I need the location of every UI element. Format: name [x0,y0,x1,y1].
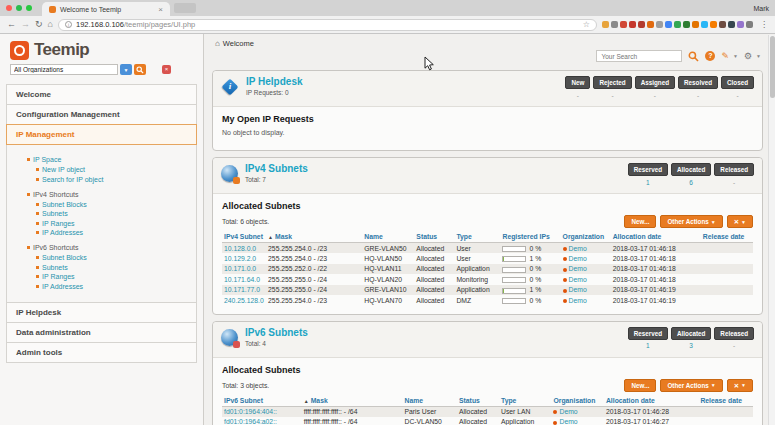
released-button[interactable]: Released [714,163,754,176]
export-button[interactable]: ✕▼ [727,215,753,228]
browser-extension-icon[interactable] [647,21,654,28]
subnet-link[interactable]: fd01:0:1964:404:: [224,408,277,415]
browser-extension-icon[interactable] [620,21,627,28]
reserved-count[interactable]: 1 [646,342,650,349]
column-header-status[interactable]: Status [457,396,499,407]
column-header-registered-ips[interactable]: Registered IPs [500,232,560,243]
forward-icon[interactable]: → [21,20,30,29]
browser-extension-icon[interactable] [746,21,753,28]
reset-filter-icon[interactable]: × [162,65,171,74]
sidebar-item-configuration-management[interactable]: Configuration Management [6,104,197,125]
browser-tab[interactable]: Welcome to Teemip × [42,2,170,16]
reserved-button[interactable]: Reserved [628,327,668,340]
ip-helpdesk-title-link[interactable]: IP Helpdesk [246,76,303,87]
browser-extension-icon[interactable] [692,21,699,28]
column-header-mask[interactable]: ▲Mask [266,232,362,243]
sidebar-link-ip-ranges[interactable]: IP Ranges [36,273,192,280]
column-header-ipv4-subnet[interactable]: IPv4 Subnet [222,232,266,243]
organization-link[interactable]: Demo [569,265,587,272]
help-icon[interactable]: ? [705,51,715,61]
organization-filter-input[interactable] [10,64,118,75]
browser-extension-icon[interactable] [602,21,609,28]
sidebar-item-ip-management[interactable]: IP Management [6,124,197,145]
browser-extension-icon[interactable] [665,21,672,28]
page-scrollbar[interactable] [768,35,775,425]
column-header-release-date[interactable]: Release date [698,396,753,407]
organization-link[interactable]: Demo [559,418,577,425]
close-window-button[interactable] [6,5,12,11]
resolved-button[interactable]: Resolved [678,76,718,89]
organization-link[interactable]: Demo [569,286,587,293]
allocated-button[interactable]: Allocated [671,163,711,176]
subnet-link[interactable]: 240.25.128.0 [224,297,264,304]
url-bar[interactable]: i 192.168.0.106/teemip/pages/UI.php ☆ [58,19,597,31]
subnet-link[interactable]: 10.171.0.0 [224,265,256,272]
allocated-button[interactable]: Allocated [671,327,711,340]
column-header-status[interactable]: Status [414,232,454,243]
column-header-type[interactable]: Type [499,396,551,407]
subnet-link[interactable]: 10.171.64.0 [224,276,260,283]
sidebar-item-admin-tools[interactable]: Admin tools [6,342,197,363]
column-header-ipv6-subnet[interactable]: IPv6 Subnet [222,396,302,407]
ipv4-subnets-title-link[interactable]: IPv4 Subnets [245,163,308,174]
refresh-icon[interactable]: ↻ [35,20,43,29]
new-button[interactable]: New [565,76,590,89]
sidebar-item-ip-helpdesk[interactable]: IP Helpdesk [6,302,197,323]
sidebar-link-subnet-blocks[interactable]: Subnet Blocks [36,201,192,208]
new-tab-button[interactable] [174,3,196,13]
rejected-button[interactable]: Rejected [593,76,631,89]
subnet-link[interactable]: 10.171.77.0 [224,286,260,293]
column-header-mask[interactable]: ▲Mask [302,396,403,407]
released-button[interactable]: Released [714,327,754,340]
sidebar-link-ip-space[interactable]: IP Space [27,156,192,163]
home-icon[interactable]: ⌂ [48,20,53,29]
browser-menu-icon[interactable]: ⋮ [760,20,768,29]
column-header-name[interactable]: Name [362,232,414,243]
pencil-icon[interactable]: ✎ [721,51,729,61]
column-header-type[interactable]: Type [454,232,500,243]
browser-extension-icon[interactable] [629,21,636,28]
organization-link[interactable]: Demo [559,408,577,415]
sidebar-link-new-ip-object[interactable]: New IP object [36,166,192,173]
browser-extension-icon[interactable] [719,21,726,28]
column-header-allocation-date[interactable]: Allocation date [604,396,698,407]
browser-extension-icon[interactable] [701,21,708,28]
organization-link[interactable]: Demo [569,245,587,252]
browser-extension-icon[interactable] [728,21,735,28]
other-actions-button[interactable]: Other Actions▼ [660,215,722,228]
export-button[interactable]: ✕▼ [727,379,753,392]
browser-extension-icon[interactable] [710,21,717,28]
organization-link[interactable]: Demo [569,297,587,304]
bookmark-star-icon[interactable]: ☆ [583,20,590,29]
global-search-input[interactable] [596,50,682,62]
sidebar-link-subnets[interactable]: Subnets [36,264,192,271]
column-header-allocation-date[interactable]: Allocation date [611,232,701,243]
browser-extension-icon[interactable] [638,21,645,28]
sidebar-link-ip-addresses[interactable]: IP Addresses [36,283,192,290]
gear-icon[interactable]: ⚙ [744,51,752,61]
sidebar-item-welcome[interactable]: Welcome [6,84,197,105]
sidebar-link-subnet-blocks[interactable]: Subnet Blocks [36,254,192,261]
tab-close-icon[interactable]: × [158,5,163,14]
other-actions-button[interactable]: Other Actions▼ [660,379,722,392]
new-button[interactable]: New... [624,379,656,392]
home-breadcrumb-icon[interactable]: ⌂ [215,39,220,48]
minimize-window-button[interactable] [16,5,22,11]
closed-button[interactable]: Closed [721,76,754,89]
new-button[interactable]: New... [624,215,656,228]
breadcrumb-label[interactable]: Welcome [223,39,254,48]
browser-extension-icon[interactable] [737,21,744,28]
browser-profile-name[interactable]: Mark [753,5,769,12]
filter-button[interactable]: ▼ [120,64,132,75]
back-icon[interactable]: ← [7,20,16,29]
site-info-icon[interactable]: i [65,21,72,28]
column-header-organization[interactable]: Organization [561,232,611,243]
sidebar-link-search-for-ip-object[interactable]: Search for IP object [36,176,192,183]
reserved-count[interactable]: 1 [646,179,650,186]
sidebar-link-subnets[interactable]: Subnets [36,210,192,217]
browser-extension-icon[interactable] [683,21,690,28]
reserved-button[interactable]: Reserved [628,163,668,176]
organization-link[interactable]: Demo [569,255,587,262]
scrollbar-thumb[interactable] [770,36,775,98]
column-header-organisation[interactable]: Organisation [551,396,603,407]
